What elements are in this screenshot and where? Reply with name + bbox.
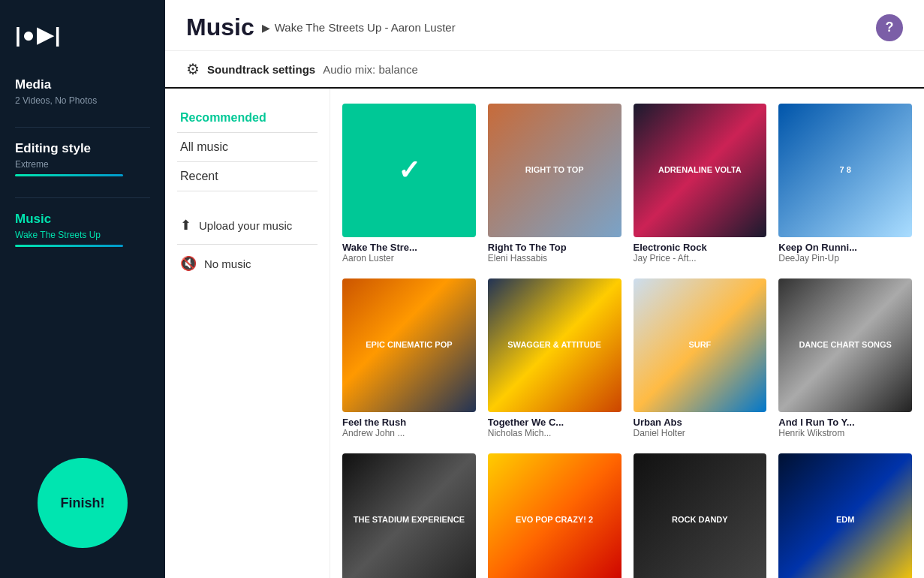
left-nav-panel: Recommended All music Recent ⬆ Upload yo… (165, 89, 330, 578)
nomusic-label: No music (204, 257, 251, 270)
now-playing-text: Wake The Streets Up - Aaron Luster (275, 21, 456, 34)
music-card-9[interactable]: THE STADIUM EXPERIENCEBreathe Move ...Ma… (342, 453, 476, 579)
upload-icon: ⬆ (180, 217, 191, 233)
music-card-artist: Eleni Hassabis (488, 253, 622, 263)
music-thumb-4: 7 8 (778, 104, 912, 237)
music-card-5[interactable]: EPIC CINEMATIC POPFeel the RushAndrew Jo… (342, 278, 476, 438)
media-subtitle: 2 Videos, No Photos (15, 95, 150, 106)
music-thumb-2: RIGHT TO TOP (488, 104, 622, 237)
music-card-artist: Nicholas Mich... (488, 428, 622, 438)
music-thumb-12: EDM (778, 453, 912, 579)
music-card-7[interactable]: SURFUrban AbsDaniel Holter (634, 278, 767, 438)
thumb-label: 7 8 (836, 162, 853, 178)
editing-subtitle: Extreme (15, 159, 150, 170)
music-card-title: Feel the Rush (342, 417, 476, 428)
editing-style-progress (15, 174, 123, 176)
music-thumb-11: ROCK DANDY (634, 453, 767, 579)
music-card-title: Wake The Stre... (342, 242, 476, 253)
music-card-6[interactable]: SWAGGER & ATTITUDETogether We C...Nichol… (488, 278, 622, 438)
music-grid-inner: ✓Wake The Stre...Aaron LusterRIGHT TO TO… (342, 104, 912, 578)
music-thumb-9: THE STADIUM EXPERIENCE (342, 453, 476, 579)
music-card-1[interactable]: ✓Wake The Stre...Aaron Luster (342, 104, 476, 263)
sidebar-logo: |●▶| (0, 15, 165, 70)
app-logo: |●▶| (15, 23, 62, 47)
sidebar-item-media[interactable]: Media 2 Videos, No Photos (0, 70, 165, 113)
thumb-label: EDM (833, 512, 857, 528)
settings-bar[interactable]: ⚙ Soundtrack settings Audio mix: balance (165, 51, 924, 89)
nav-all-music[interactable]: All music (177, 133, 318, 162)
content-area: Recommended All music Recent ⬆ Upload yo… (165, 89, 924, 578)
nav-recommended[interactable]: Recommended (177, 104, 318, 133)
play-icon: ▶ (262, 22, 270, 34)
gear-icon: ⚙ (186, 60, 200, 78)
upload-music-button[interactable]: ⬆ Upload your music (177, 206, 318, 245)
music-card-title: And I Run To Y... (778, 417, 912, 428)
music-card-artist: Aaron Luster (342, 253, 476, 263)
thumb-label: EVO Pop Crazy! 2 (513, 512, 596, 528)
music-thumb-6: SWAGGER & ATTITUDE (488, 278, 622, 412)
music-thumb-7: SURF (634, 278, 767, 412)
thumb-label: SURF (685, 337, 714, 353)
music-card-title: Electronic Rock (634, 242, 767, 253)
thumb-label: EPIC CINEMATIC POP (363, 337, 455, 353)
page-title: Music (186, 14, 254, 41)
music-thumb-1: ✓ (342, 104, 476, 237)
sidebar-item-music[interactable]: Music Wake The Streets Up (0, 204, 165, 254)
music-card-3[interactable]: Adrenaline VOLTAElectronic RockJay Price… (634, 104, 767, 263)
music-card-artist: Henrik Wikstrom (778, 428, 912, 438)
music-card-title: Urban Abs (634, 417, 767, 428)
music-thumb-10: EVO Pop Crazy! 2 (488, 453, 622, 579)
nav-recent[interactable]: Recent (177, 162, 318, 191)
main-content: Music ▶ Wake The Streets Up - Aaron Lust… (165, 0, 924, 578)
settings-label: Soundtrack settings (207, 63, 315, 76)
thumb-label: Adrenaline VOLTA (655, 162, 745, 178)
music-card-title: Together We C... (488, 417, 622, 428)
sidebar-item-editing[interactable]: Editing style Extreme (0, 134, 165, 184)
music-thumb-5: EPIC CINEMATIC POP (342, 278, 476, 412)
help-button[interactable]: ? (876, 14, 903, 41)
music-card-12[interactable]: EDMDancefloor Ro...Claude Njoya (778, 453, 912, 579)
music-card-artist: Daniel Holter (634, 428, 767, 438)
page-header: Music ▶ Wake The Streets Up - Aaron Lust… (165, 0, 924, 51)
music-card-title: Right To The Top (488, 242, 622, 253)
music-card-8[interactable]: DANCE CHART SONGSAnd I Run To Y...Henrik… (778, 278, 912, 438)
sidebar: |●▶| Media 2 Videos, No Photos Editing s… (0, 0, 165, 578)
thumb-label: DANCE CHART SONGS (796, 337, 894, 353)
music-card-4[interactable]: 7 8Keep On Runni...DeeJay Pin-Up (778, 104, 912, 263)
music-thumb-8: DANCE CHART SONGS (778, 278, 912, 412)
music-grid: ✓Wake The Stre...Aaron LusterRIGHT TO TO… (330, 89, 924, 578)
no-music-button[interactable]: 🔇 No music (177, 245, 318, 282)
music-progress (15, 245, 123, 247)
music-subtitle: Wake The Streets Up (15, 230, 150, 240)
music-title: Music (15, 212, 150, 227)
music-card-artist: DeeJay Pin-Up (778, 253, 912, 263)
thumb-label: ROCK DANDY (669, 512, 731, 528)
thumb-label: RIGHT TO TOP (522, 162, 587, 178)
finish-button[interactable]: Finish! (38, 458, 128, 548)
settings-value: Audio mix: balance (323, 63, 418, 76)
selected-checkmark: ✓ (398, 155, 420, 186)
media-title: Media (15, 77, 150, 92)
music-card-title: Keep On Runni... (778, 242, 912, 253)
thumb-label: SWAGGER & ATTITUDE (504, 337, 604, 353)
editing-title: Editing style (15, 141, 150, 156)
thumb-label: THE STADIUM EXPERIENCE (351, 512, 468, 528)
upload-label: Upload your music (199, 219, 292, 232)
nomusic-icon: 🔇 (180, 255, 197, 272)
music-thumb-3: Adrenaline VOLTA (634, 104, 767, 237)
music-card-artist: Andrew John ... (342, 428, 476, 438)
music-card-2[interactable]: RIGHT TO TOPRight To The TopEleni Hassab… (488, 104, 622, 263)
music-card-10[interactable]: EVO Pop Crazy! 2Strutting Your ...Brian … (488, 453, 622, 579)
music-card-11[interactable]: ROCK DANDYSquat RunFrederic Vitani (634, 453, 767, 579)
music-card-artist: Jay Price - Aft... (634, 253, 767, 263)
now-playing: ▶ Wake The Streets Up - Aaron Luster (262, 21, 456, 34)
header-left: Music ▶ Wake The Streets Up - Aaron Lust… (186, 14, 456, 41)
